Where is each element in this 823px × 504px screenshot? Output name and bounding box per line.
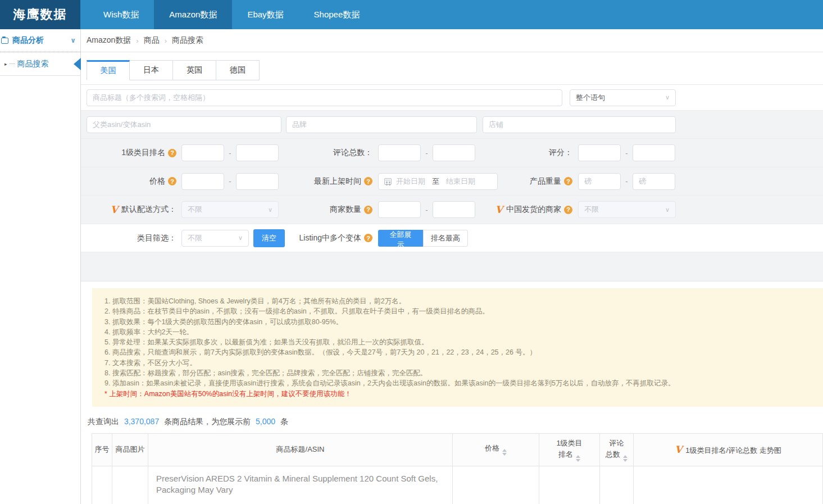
notice-line: 9. 添加asin：如果asin未被记录，直接使用该asin进行搜索，系统会自动…	[104, 378, 811, 388]
clear-button[interactable]: 清空	[253, 229, 285, 247]
rating-min-input[interactable]	[578, 144, 621, 161]
col-rank-line1: 1级类目	[540, 438, 598, 449]
col-image: 商品图片	[112, 433, 148, 466]
col-price[interactable]: 价格	[453, 433, 539, 466]
top-rank-button[interactable]: 排名最高	[423, 230, 468, 247]
country-tab-us[interactable]: 美国	[87, 60, 130, 80]
notice-line: 4. 抓取频率：大约2天一轮。	[104, 327, 811, 337]
results-summary: 共查询出 3,370,087 条商品结果，为您展示前 5,000 条	[88, 417, 823, 427]
col-trend-label: 1级类目排名/评论总数 走势图	[685, 446, 781, 455]
sidebar-group-product-analysis[interactable]: 商品分析 ∨	[0, 29, 80, 52]
review-max-input[interactable]	[433, 144, 475, 161]
cell-index	[92, 466, 112, 504]
notice-line: 2. 特殊商品：在枝节类目中的asin，不抓取；没有一级排名的asin，不抓取。…	[104, 306, 811, 316]
seller-min-input[interactable]	[378, 201, 421, 218]
range-dash: -	[224, 149, 236, 157]
cell-rank	[539, 466, 600, 504]
date-range-picker[interactable]: 开始日期 至 结束日期	[378, 173, 498, 190]
primary-nav: Wish数据 Amazon数据 Ebay数据 Shopee数据	[88, 0, 375, 29]
form-row-price-date-weight: 价格 ? - 最新上架时间 ? 开始日期 至 结束日期	[81, 167, 823, 196]
sort-icon	[623, 455, 628, 462]
seller-max-input[interactable]	[433, 201, 475, 218]
chevron-down-icon: ∨	[665, 206, 670, 214]
cell-title-asin: PreserVision AREDS 2 Vitamin & Mineral S…	[148, 466, 453, 504]
review-min-input[interactable]	[378, 144, 421, 161]
help-icon[interactable]: ?	[564, 177, 572, 185]
breadcrumb: Amazon数据 › 商品 › 商品搜索	[81, 29, 823, 52]
weight-min-input[interactable]	[578, 173, 621, 190]
help-icon[interactable]: ?	[364, 177, 372, 185]
notice-line: 6. 商品搜索，只能查询和展示，前7天内实际抓取到的变体asin数据。（假设，今…	[104, 347, 811, 357]
sort-icon	[502, 449, 507, 456]
price-label: 价格	[149, 176, 165, 187]
vip-icon: V	[111, 204, 118, 215]
col-index: 序号	[92, 433, 112, 466]
tree-leader	[10, 63, 15, 64]
asin-input[interactable]	[87, 116, 281, 133]
form-row-title: 整个语句 ∨	[81, 85, 823, 111]
rank-min-input[interactable]	[181, 144, 224, 161]
help-icon[interactable]: ?	[364, 206, 372, 214]
help-icon[interactable]: ?	[364, 234, 372, 242]
shop-input[interactable]	[483, 116, 676, 133]
help-icon[interactable]: ?	[564, 206, 572, 214]
category-filter-select[interactable]: 不限 ∨	[181, 230, 249, 247]
china-seller-value: 不限	[584, 205, 599, 215]
cell-price	[453, 466, 539, 504]
china-seller-label: 中国发货的商家	[506, 205, 561, 215]
col-price-label: 价格	[485, 444, 499, 452]
nav-tab-shopee[interactable]: Shopee数据	[299, 0, 375, 29]
col-reviews-line1: 评论	[601, 438, 632, 449]
breadcrumb-item-product[interactable]: 商品	[144, 35, 160, 46]
form-row-category-actions: 类目筛选： 不限 ∨ 清空 Listing中多个变体 ? 全部展示 排名最高	[81, 224, 823, 252]
results-suffix: 条	[280, 417, 288, 426]
breadcrumb-separator: ›	[136, 37, 138, 45]
col-rank-line2: 排名	[558, 450, 573, 458]
app-logo: 海鹰数据	[0, 0, 80, 29]
rating-max-input[interactable]	[633, 144, 675, 161]
rank-max-input[interactable]	[236, 144, 279, 161]
help-icon[interactable]: ?	[168, 149, 176, 157]
results-limit: 5,000	[256, 417, 275, 426]
form-row-delivery-sellers: V 默认配送方式： 不限 ∨ 商家数量 ? - V	[81, 196, 823, 224]
date-start-placeholder: 开始日期	[396, 176, 425, 187]
help-icon[interactable]: ?	[168, 177, 176, 185]
active-item-pointer-icon	[74, 58, 81, 70]
chevron-down-icon: ∨	[70, 37, 76, 44]
nav-tab-wish[interactable]: Wish数据	[88, 0, 154, 29]
price-max-input[interactable]	[236, 173, 279, 190]
show-all-button[interactable]: 全部展示	[378, 230, 423, 247]
notice-line: 7. 文本搜索，不区分大小写。	[104, 358, 811, 368]
brand-input[interactable]	[286, 116, 477, 133]
table-row: PreserVision AREDS 2 Vitamin & Mineral S…	[92, 466, 823, 504]
country-tab-jp[interactable]: 日本	[130, 60, 173, 80]
range-dash: -	[621, 177, 633, 185]
sidebar-item-product-search[interactable]: ▸ 商品搜索	[0, 52, 80, 76]
col-reviews[interactable]: 评论 总数	[600, 433, 634, 466]
results-count: 3,370,087	[124, 417, 159, 426]
vip-icon: V	[675, 444, 682, 455]
nav-tab-ebay[interactable]: Ebay数据	[232, 0, 298, 29]
product-title-input[interactable]	[87, 89, 562, 106]
nav-tab-amazon[interactable]: Amazon数据	[154, 0, 232, 29]
listing-time-label: 最新上架时间	[314, 176, 361, 187]
match-scope-select[interactable]: 整个语句 ∨	[570, 89, 676, 106]
notice-line: 3. 抓取效果：每个1级大类的抓取范围内的变体asin，可以成功抓取80-95%…	[104, 317, 811, 327]
weight-max-input[interactable]	[633, 173, 675, 190]
form-footer-band	[81, 252, 823, 281]
breadcrumb-item-amazon[interactable]: Amazon数据	[87, 35, 131, 46]
cell-image	[112, 466, 148, 504]
results-middle: 条商品结果，为您展示前	[164, 417, 251, 426]
price-min-input[interactable]	[181, 173, 224, 190]
folder-icon	[1, 38, 8, 44]
breadcrumb-item-current: 商品搜索	[172, 35, 203, 46]
sort-icon	[576, 455, 580, 462]
sidebar: 商品分析 ∨ ▸ 商品搜索	[0, 29, 81, 504]
col-rank[interactable]: 1级类目 排名	[539, 433, 600, 466]
country-tab-de[interactable]: 德国	[216, 60, 260, 80]
country-tab-uk[interactable]: 英国	[173, 60, 216, 80]
category-filter-value: 不限	[188, 233, 202, 243]
match-scope-value: 整个语句	[576, 93, 605, 103]
china-seller-select: 不限 ∨	[578, 201, 676, 218]
cell-trend	[634, 466, 823, 504]
